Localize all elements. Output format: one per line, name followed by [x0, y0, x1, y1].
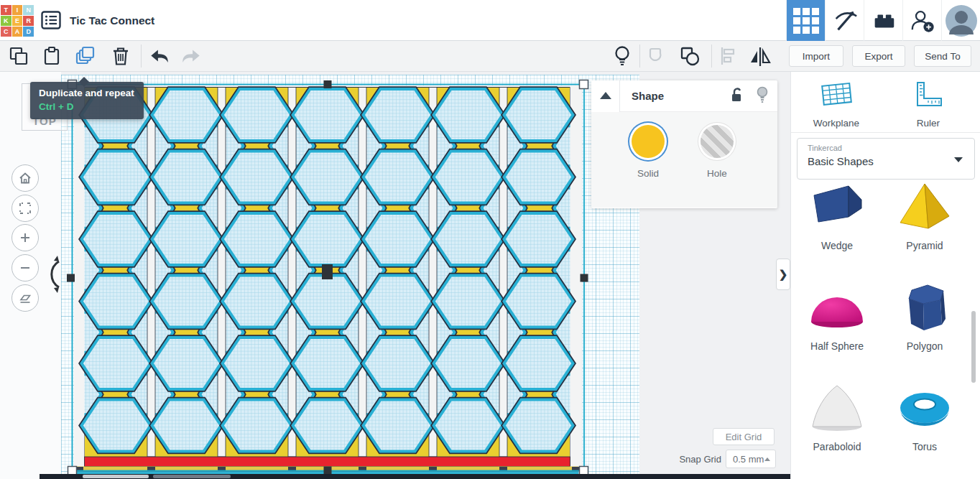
redo-icon: [179, 44, 203, 68]
fit-view-button[interactable]: [11, 195, 39, 222]
selected-object[interactable]: [61, 75, 639, 479]
caret-up-icon: [764, 457, 770, 461]
shape-panel-header: Shape: [591, 80, 777, 112]
torus-icon: [895, 382, 955, 435]
hide-shape-button[interactable]: [752, 85, 773, 107]
mirror-icon: [747, 44, 773, 70]
hole-option[interactable]: Hole: [685, 125, 749, 179]
tooltip-duplicate: Duplicate and repeat Ctrl + D: [30, 82, 144, 119]
home-view-button[interactable]: [11, 164, 39, 192]
home-icon: [18, 171, 32, 185]
ruler-label: Ruler: [889, 118, 968, 129]
shape-label: Torus: [884, 441, 965, 452]
design-title: Tic Tac Connect: [70, 0, 154, 41]
shape-pyramid[interactable]: Pyramid: [884, 181, 965, 251]
light-toggle-button[interactable]: [609, 44, 635, 70]
flat-view-icon: [18, 291, 32, 305]
align-icon: [716, 44, 741, 68]
paraboloid-icon: [807, 382, 867, 435]
wedge-icon: [807, 181, 867, 234]
workplane-icon: [818, 80, 854, 109]
toolbar: Import Export Send To: [0, 41, 980, 72]
half-sphere-icon: [807, 282, 867, 335]
shape-inspector-panel: Shape Solid Hole: [591, 80, 777, 208]
paste-button[interactable]: [39, 44, 65, 70]
panel-collapse-button[interactable]: [591, 80, 620, 112]
align-button[interactable]: [716, 44, 741, 70]
bottom-edge-segment: [83, 475, 149, 478]
workplane-label: Workplane: [797, 118, 876, 129]
shape-library-select[interactable]: Tinkercad Basic Shapes: [797, 138, 975, 180]
hole-label: Hole: [685, 168, 749, 179]
shape-panel-title: Shape: [620, 90, 726, 102]
duplicate-button[interactable]: [72, 44, 98, 70]
shapes-sidebar: Workplane Ruler Tinkercad Basic Shapes W…: [790, 72, 980, 479]
tinker-button[interactable]: [825, 0, 864, 41]
account-menu[interactable]: [941, 0, 980, 41]
dashboard-button[interactable]: [786, 0, 825, 41]
shape-label: Wedge: [797, 240, 877, 251]
send-to-button[interactable]: Send To: [914, 45, 971, 67]
fit-view-icon: [18, 201, 32, 215]
zoom-in-button[interactable]: [11, 224, 39, 251]
shape-paraboloid[interactable]: Paraboloid: [797, 382, 877, 452]
shape-label: Half Sphere: [797, 340, 877, 352]
invite-button[interactable]: [902, 0, 941, 41]
group-icon: [644, 44, 669, 68]
solid-color-swatch: [632, 125, 665, 158]
bottom-edge-segment: [153, 475, 231, 478]
snap-grid-select[interactable]: 0.5 mm: [726, 450, 776, 468]
import-button[interactable]: Import: [789, 45, 843, 67]
solid-label: Solid: [616, 168, 680, 179]
sidebar-scrollbar[interactable]: [971, 311, 976, 383]
sidebar-collapse-button[interactable]: ❯: [776, 259, 790, 290]
ruler-icon: [910, 80, 946, 109]
group-button[interactable]: [644, 44, 670, 70]
snap-grid-value: 0.5 mm: [733, 454, 764, 465]
blocks-button[interactable]: [864, 0, 902, 41]
lightbulb-icon: [610, 44, 634, 68]
ruler-tool[interactable]: Ruler: [889, 80, 968, 129]
shape-polygon[interactable]: Polygon: [884, 282, 965, 352]
copy-icon: [7, 45, 30, 68]
polygon-icon: [895, 282, 955, 335]
duplicate-icon: [73, 44, 97, 68]
perspective-toggle-button[interactable]: [11, 284, 39, 312]
tinkercad-logo[interactable]: TINKERCAD: [1, 5, 34, 37]
workplane-tool[interactable]: Workplane: [797, 80, 876, 129]
tooltip-title: Duplicate and repeat: [39, 87, 135, 100]
top-bar: TINKERCAD Tic Tac Connect: [0, 0, 980, 41]
rotate-handle[interactable]: [40, 253, 66, 296]
edit-grid-button[interactable]: Edit Grid: [713, 428, 775, 445]
solid-option[interactable]: Solid: [616, 125, 680, 179]
shape-torus[interactable]: Torus: [884, 382, 965, 452]
hole-pattern-swatch: [701, 125, 734, 158]
snap-grid-label: Snap Grid: [655, 454, 721, 465]
library-name: Basic Shapes: [808, 155, 874, 167]
ungroup-button[interactable]: [677, 44, 703, 70]
list-menu-icon: [40, 9, 62, 31]
brick-icon: [870, 7, 897, 34]
tooltip-shortcut: Ctrl + D: [39, 100, 135, 113]
zoom-out-button[interactable]: [11, 254, 39, 282]
design-menu-button[interactable]: [40, 9, 63, 32]
redo-button[interactable]: [178, 44, 204, 70]
shape-label: Polygon: [884, 340, 965, 352]
copy-button[interactable]: [6, 44, 32, 70]
export-button[interactable]: Export: [852, 45, 905, 67]
trash-icon: [109, 45, 132, 68]
lock-button[interactable]: [726, 85, 747, 107]
shape-label: Pyramid: [884, 240, 965, 251]
topbar-actions: [786, 0, 980, 41]
ungroup-icon: [678, 44, 702, 68]
shape-half-sphere[interactable]: Half Sphere: [797, 282, 877, 352]
chevron-down-icon: [954, 157, 963, 162]
mirror-button[interactable]: [747, 44, 773, 70]
undo-button[interactable]: [147, 44, 172, 70]
delete-button[interactable]: [108, 44, 134, 70]
shape-panel-body: Solid Hole: [591, 112, 777, 208]
shape-wedge[interactable]: Wedge: [797, 181, 877, 251]
paste-icon: [40, 45, 63, 68]
add-person-icon: [909, 7, 936, 34]
avatar: [946, 5, 977, 37]
